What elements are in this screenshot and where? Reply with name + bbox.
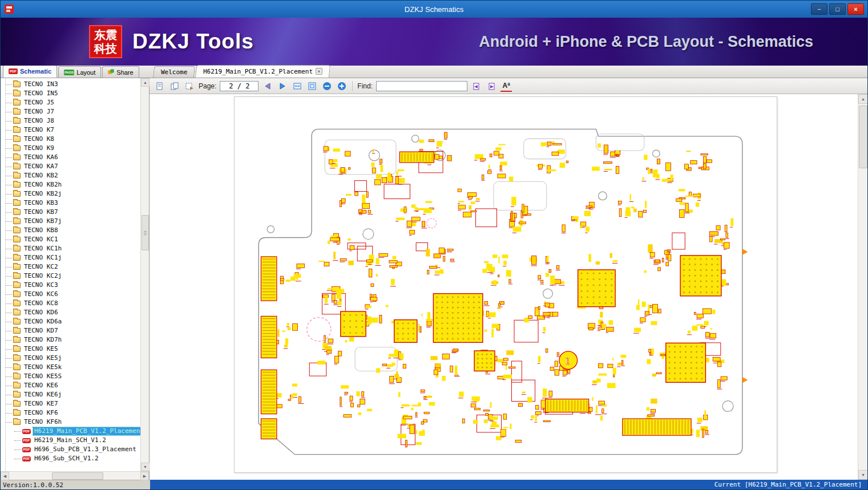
tree-file-item[interactable]: PDFH696_Sub_PCB_V1.3_Placement bbox=[1, 445, 140, 454]
tree-folder-item[interactable]: TECNO KE5S bbox=[1, 372, 140, 381]
page-number-input[interactable] bbox=[220, 81, 259, 91]
scroll-down-button[interactable]: ▼ bbox=[141, 463, 150, 471]
text-size-button[interactable]: Aª bbox=[500, 80, 512, 92]
folder-icon bbox=[13, 310, 21, 315]
pdf-page[interactable]: 1 bbox=[234, 96, 777, 473]
page-thumbnail-icon[interactable] bbox=[154, 80, 165, 92]
tree-folder-item[interactable]: TECNO KC2 bbox=[1, 262, 140, 272]
tree-folder-item[interactable]: TECNO KC1h bbox=[1, 244, 140, 253]
folder-icon bbox=[13, 282, 21, 288]
scroll-up-button[interactable]: ▲ bbox=[141, 78, 150, 87]
tree-folder-item[interactable]: TECNO KA7 bbox=[1, 162, 140, 171]
find-next-button[interactable] bbox=[486, 80, 497, 92]
tree-folder-item[interactable]: TECNO J7 bbox=[1, 107, 140, 116]
folder-icon bbox=[13, 118, 21, 124]
app-window: DZKJ Schematics − □ × 东震 科技 DZKJ Tools A… bbox=[0, 0, 868, 490]
tree-folder-item[interactable]: TECNO KE6j bbox=[1, 390, 140, 399]
tree-folder-item[interactable]: TECNO KE5 bbox=[1, 345, 140, 354]
previous-page-button[interactable] bbox=[262, 80, 273, 92]
tree-folder-item[interactable]: TECNO KB2j bbox=[1, 189, 140, 199]
tree-folder-item[interactable]: TECNO KC6 bbox=[1, 290, 140, 299]
tree-folder-item[interactable]: TECNO KE6 bbox=[1, 381, 140, 390]
folder-icon bbox=[13, 319, 21, 325]
scroll-up-button[interactable]: ▲ bbox=[858, 94, 867, 104]
tree-folder-item[interactable]: TECNO KC1j bbox=[1, 253, 140, 262]
zoom-out-button[interactable] bbox=[321, 80, 333, 92]
tree-folder-item[interactable]: TECNO KC8 bbox=[1, 299, 140, 308]
tree-item-label: TECNO IN5 bbox=[23, 90, 59, 98]
tree-item-label: TECNO J8 bbox=[23, 117, 55, 125]
copy-page-icon[interactable] bbox=[169, 80, 180, 92]
folder-icon bbox=[13, 164, 21, 169]
tree-item-label: TECNO KC2j bbox=[23, 272, 63, 280]
tree-folder-item[interactable]: TECNO KE7 bbox=[1, 399, 140, 408]
sidebar-tree: TECNO IN3TECNO IN5TECNO J5TECNO J7TECNO … bbox=[1, 78, 140, 471]
tree-file-item[interactable]: PDFH696_Sub_SCH_V1.2 bbox=[1, 454, 140, 463]
tree-folder-item[interactable]: TECNO IN3 bbox=[1, 80, 140, 89]
tree-folder-item[interactable]: TECNO KB7j bbox=[1, 217, 140, 226]
minimize-button[interactable]: − bbox=[811, 3, 827, 15]
tree-folder-item[interactable]: TECNO KF6 bbox=[1, 408, 140, 418]
tree-folder-item[interactable]: TECNO KB2h bbox=[1, 180, 140, 189]
tree-item-label: TECNO KC3 bbox=[23, 281, 59, 289]
scroll-down-button[interactable]: ▼ bbox=[858, 470, 867, 480]
sidebar-horizontal-scrollbar[interactable]: ◀ ▶ bbox=[1, 471, 149, 480]
tree-folder-item[interactable]: TECNO KD7 bbox=[1, 326, 140, 335]
tree-item-label: TECNO KC1h bbox=[23, 245, 63, 253]
tree-folder-item[interactable]: TECNO KB2 bbox=[1, 171, 140, 180]
tree-folder-item[interactable]: TECNO J8 bbox=[1, 116, 140, 125]
tree-folder-item[interactable]: TECNO KD7h bbox=[1, 335, 140, 345]
snapshot-icon[interactable] bbox=[184, 80, 195, 92]
tree-folder-item[interactable]: TECNO KC1 bbox=[1, 235, 140, 244]
tree-folder-item[interactable]: TECNO KE5j bbox=[1, 354, 140, 363]
scrollbar-thumb[interactable] bbox=[52, 472, 103, 480]
next-page-button[interactable] bbox=[277, 80, 288, 92]
fit-width-button[interactable] bbox=[292, 80, 303, 92]
tab-share[interactable]: Share bbox=[102, 66, 139, 78]
tree-folder-item[interactable]: TECNO KF6h bbox=[1, 418, 140, 427]
tree-file-item[interactable]: PDFH6219_Main_PCB_V1.2_Placement bbox=[1, 427, 140, 436]
scrollbar-thumb[interactable] bbox=[142, 215, 149, 250]
tree-folder-item[interactable]: TECNO KC2j bbox=[1, 272, 140, 281]
tree-folder-item[interactable]: TECNO K8 bbox=[1, 135, 140, 144]
tree-folder-item[interactable]: TECNO J5 bbox=[1, 98, 140, 107]
canvas-vertical-scrollbar[interactable]: ▲ ▼ bbox=[858, 94, 867, 480]
zoom-in-button[interactable] bbox=[336, 80, 348, 92]
close-button[interactable]: × bbox=[847, 3, 864, 15]
tree-item-label: TECNO KB2 bbox=[23, 172, 59, 180]
tab-layout[interactable]: PADS Layout bbox=[58, 66, 101, 78]
scroll-left-button[interactable]: ◀ bbox=[1, 472, 9, 480]
folder-icon bbox=[13, 346, 21, 352]
folder-icon bbox=[13, 328, 21, 334]
tree-folder-item[interactable]: TECNO KB3 bbox=[1, 199, 140, 208]
window-title: DZKJ Schematics bbox=[1, 5, 867, 14]
doc-tab-welcome[interactable]: Welcome bbox=[153, 66, 195, 78]
maximize-button[interactable]: □ bbox=[829, 3, 846, 15]
tree-folder-item[interactable]: TECNO IN5 bbox=[1, 89, 140, 98]
tree-folder-item[interactable]: TECNO K7 bbox=[1, 125, 140, 135]
tree-folder-item[interactable]: TECNO KB8 bbox=[1, 226, 140, 235]
tree-item-label: H696_Sub_SCH_V1.2 bbox=[33, 455, 100, 463]
sidebar-vertical-scrollbar[interactable]: ▲ ▼ bbox=[140, 78, 149, 471]
tree-folder-item[interactable]: TECNO KA6 bbox=[1, 153, 140, 162]
document-canvas[interactable]: 1 ▲ ▼ bbox=[150, 94, 867, 480]
pdf-icon: PDF bbox=[22, 438, 31, 443]
tree-folder-item[interactable]: TECNO KD6 bbox=[1, 308, 140, 317]
find-input[interactable] bbox=[376, 81, 467, 91]
doc-tab-welcome-label: Welcome bbox=[161, 68, 187, 76]
tree-folder-item[interactable]: TECNO KE5k bbox=[1, 363, 140, 372]
doc-tab-close-icon[interactable]: × bbox=[316, 68, 322, 75]
tree-folder-item[interactable]: TECNO K9 bbox=[1, 144, 140, 153]
scrollbar-thumb[interactable] bbox=[859, 106, 867, 168]
folder-icon bbox=[13, 109, 21, 115]
scroll-right-button[interactable]: ▶ bbox=[140, 472, 149, 480]
fit-page-button[interactable] bbox=[306, 80, 318, 92]
tree-folder-item[interactable]: TECNO KD6a bbox=[1, 317, 140, 326]
pads-icon: PADS bbox=[64, 70, 74, 75]
find-previous-button[interactable] bbox=[471, 80, 482, 92]
tab-schematic[interactable]: PDF Schematic bbox=[3, 65, 57, 78]
doc-tab-placement[interactable]: H6219_Main_PCB_V1.2_Placement × bbox=[195, 65, 330, 78]
tree-folder-item[interactable]: TECNO KC3 bbox=[1, 281, 140, 290]
tree-folder-item[interactable]: TECNO KB7 bbox=[1, 208, 140, 217]
tree-file-item[interactable]: PDFH6219_Main_SCH_V1.2 bbox=[1, 436, 140, 445]
